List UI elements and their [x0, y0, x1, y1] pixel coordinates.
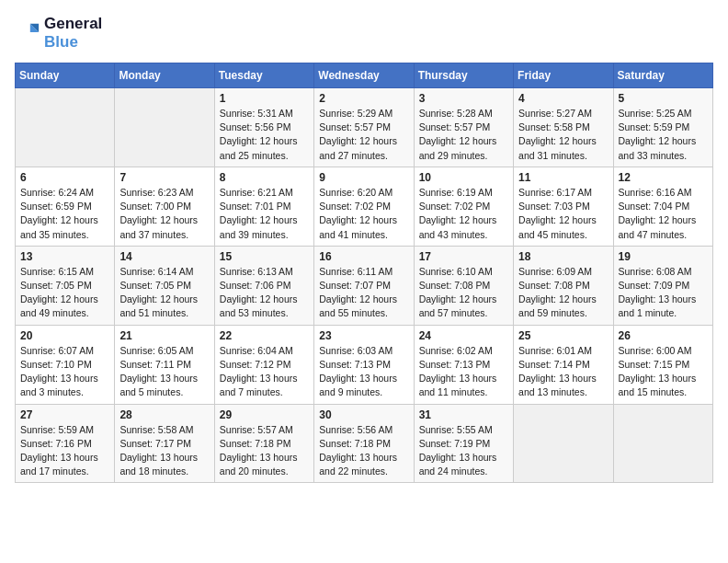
day-number: 26	[619, 329, 708, 342]
calendar-cell: 28Sunrise: 5:58 AMSunset: 7:17 PMDayligh…	[115, 404, 214, 483]
sunset-text: Sunset: 5:59 PM	[619, 121, 708, 134]
sunrise-text: Sunrise: 6:03 AM	[319, 344, 408, 358]
sunset-text: Sunset: 7:08 PM	[518, 279, 608, 293]
calendar-cell: 21Sunrise: 6:05 AMSunset: 7:11 PMDayligh…	[115, 325, 214, 404]
calendar-cell: 26Sunrise: 6:00 AMSunset: 7:15 PMDayligh…	[613, 325, 712, 404]
cell-content: Sunrise: 6:13 AMSunset: 7:06 PMDaylight:…	[220, 265, 309, 321]
calendar-cell: 5Sunrise: 5:25 AMSunset: 5:59 PMDaylight…	[613, 88, 712, 167]
sunrise-text: Sunrise: 6:00 AM	[619, 344, 708, 358]
calendar-cell: 2Sunrise: 5:29 AMSunset: 5:57 PMDaylight…	[314, 88, 414, 167]
day-number: 1	[220, 92, 309, 105]
sunset-text: Sunset: 7:17 PM	[119, 437, 209, 451]
calendar-week-row: 13Sunrise: 6:15 AMSunset: 7:05 PMDayligh…	[16, 246, 713, 325]
cell-content: Sunrise: 6:02 AMSunset: 7:13 PMDaylight:…	[419, 344, 508, 400]
sunrise-text: Sunrise: 6:08 AM	[619, 265, 708, 279]
day-number: 3	[419, 92, 508, 105]
calendar-cell: 25Sunrise: 6:01 AMSunset: 7:14 PMDayligh…	[514, 325, 613, 404]
cell-content: Sunrise: 5:29 AMSunset: 5:57 PMDaylight:…	[319, 107, 408, 163]
day-number: 15	[220, 250, 309, 263]
sunrise-text: Sunrise: 5:27 AM	[518, 107, 608, 121]
daylight-text: Daylight: 12 hours and 31 minutes.	[518, 134, 608, 162]
daylight-text: Daylight: 12 hours and 39 minutes.	[220, 213, 309, 241]
daylight-text: Daylight: 13 hours and 7 minutes.	[220, 372, 309, 399]
calendar-cell	[16, 88, 115, 167]
calendar-cell: 15Sunrise: 6:13 AMSunset: 7:06 PMDayligh…	[214, 246, 313, 325]
cell-content: Sunrise: 6:09 AMSunset: 7:08 PMDaylight:…	[518, 265, 608, 321]
calendar-cell: 1Sunrise: 5:31 AMSunset: 5:56 PMDaylight…	[214, 88, 313, 167]
day-number: 28	[119, 408, 209, 421]
sunset-text: Sunset: 7:18 PM	[220, 437, 309, 451]
daylight-text: Daylight: 12 hours and 25 minutes.	[220, 134, 309, 162]
sunset-text: Sunset: 7:15 PM	[619, 358, 708, 372]
sunset-text: Sunset: 7:12 PM	[220, 358, 309, 372]
sunrise-text: Sunrise: 5:59 AM	[20, 423, 109, 437]
sunset-text: Sunset: 5:57 PM	[419, 121, 508, 134]
day-number: 14	[119, 250, 209, 263]
calendar-cell: 31Sunrise: 5:55 AMSunset: 7:19 PMDayligh…	[414, 404, 513, 483]
daylight-text: Daylight: 12 hours and 51 minutes.	[119, 293, 209, 320]
calendar-cell: 13Sunrise: 6:15 AMSunset: 7:05 PMDayligh…	[16, 246, 115, 325]
daylight-text: Daylight: 13 hours and 3 minutes.	[20, 372, 109, 399]
cell-content: Sunrise: 5:55 AMSunset: 7:19 PMDaylight:…	[419, 423, 508, 479]
sunrise-text: Sunrise: 6:17 AM	[518, 186, 608, 200]
daylight-text: Daylight: 12 hours and 55 minutes.	[319, 293, 408, 320]
sunrise-text: Sunrise: 5:56 AM	[319, 423, 408, 437]
day-number: 24	[419, 329, 508, 342]
day-number: 13	[20, 250, 109, 263]
calendar-cell: 7Sunrise: 6:23 AMSunset: 7:00 PMDaylight…	[115, 167, 214, 246]
cell-content: Sunrise: 6:16 AMSunset: 7:04 PMDaylight:…	[619, 186, 708, 242]
sunrise-text: Sunrise: 6:10 AM	[419, 265, 508, 279]
daylight-text: Daylight: 12 hours and 57 minutes.	[419, 293, 508, 320]
page-header: General Blue	[15, 15, 713, 52]
calendar-cell: 18Sunrise: 6:09 AMSunset: 7:08 PMDayligh…	[514, 246, 613, 325]
sunset-text: Sunset: 7:00 PM	[119, 200, 209, 213]
weekday-header: Friday	[514, 63, 613, 88]
daylight-text: Daylight: 12 hours and 49 minutes.	[20, 293, 109, 320]
calendar-cell: 11Sunrise: 6:17 AMSunset: 7:03 PMDayligh…	[514, 167, 613, 246]
sunrise-text: Sunrise: 6:04 AM	[220, 344, 309, 358]
daylight-text: Daylight: 12 hours and 45 minutes.	[518, 213, 608, 241]
cell-content: Sunrise: 6:10 AMSunset: 7:08 PMDaylight:…	[419, 265, 508, 321]
sunrise-text: Sunrise: 5:28 AM	[419, 107, 508, 121]
cell-content: Sunrise: 5:27 AMSunset: 5:58 PMDaylight:…	[518, 107, 608, 163]
calendar-week-row: 27Sunrise: 5:59 AMSunset: 7:16 PMDayligh…	[16, 404, 713, 483]
cell-content: Sunrise: 6:08 AMSunset: 7:09 PMDaylight:…	[619, 265, 708, 321]
calendar-cell: 8Sunrise: 6:21 AMSunset: 7:01 PMDaylight…	[214, 167, 313, 246]
day-number: 30	[319, 408, 408, 421]
sunset-text: Sunset: 7:01 PM	[220, 200, 309, 213]
daylight-text: Daylight: 13 hours and 11 minutes.	[419, 372, 508, 399]
daylight-text: Daylight: 12 hours and 59 minutes.	[518, 293, 608, 320]
daylight-text: Daylight: 12 hours and 27 minutes.	[319, 134, 408, 162]
calendar-cell: 30Sunrise: 5:56 AMSunset: 7:18 PMDayligh…	[314, 404, 414, 483]
cell-content: Sunrise: 6:05 AMSunset: 7:11 PMDaylight:…	[119, 344, 209, 400]
day-number: 4	[518, 92, 608, 105]
sunset-text: Sunset: 7:09 PM	[619, 279, 708, 293]
weekday-header-row: SundayMondayTuesdayWednesdayThursdayFrid…	[16, 63, 713, 88]
sunrise-text: Sunrise: 6:14 AM	[119, 265, 209, 279]
sunrise-text: Sunrise: 5:57 AM	[220, 423, 309, 437]
cell-content: Sunrise: 5:58 AMSunset: 7:17 PMDaylight:…	[119, 423, 209, 479]
calendar-cell	[613, 404, 712, 483]
sunset-text: Sunset: 7:07 PM	[319, 279, 408, 293]
sunset-text: Sunset: 7:02 PM	[319, 200, 408, 213]
day-number: 8	[220, 171, 309, 184]
calendar-cell: 6Sunrise: 6:24 AMSunset: 6:59 PMDaylight…	[16, 167, 115, 246]
sunrise-text: Sunrise: 6:11 AM	[319, 265, 408, 279]
calendar-cell: 12Sunrise: 6:16 AMSunset: 7:04 PMDayligh…	[613, 167, 712, 246]
daylight-text: Daylight: 13 hours and 13 minutes.	[518, 372, 608, 399]
cell-content: Sunrise: 5:56 AMSunset: 7:18 PMDaylight:…	[319, 423, 408, 479]
day-number: 23	[319, 329, 408, 342]
sunrise-text: Sunrise: 6:16 AM	[619, 186, 708, 200]
weekday-header: Saturday	[613, 63, 712, 88]
day-number: 2	[319, 92, 408, 105]
cell-content: Sunrise: 6:24 AMSunset: 6:59 PMDaylight:…	[20, 186, 109, 242]
calendar-cell: 22Sunrise: 6:04 AMSunset: 7:12 PMDayligh…	[214, 325, 313, 404]
calendar-cell: 3Sunrise: 5:28 AMSunset: 5:57 PMDaylight…	[414, 88, 513, 167]
daylight-text: Daylight: 12 hours and 43 minutes.	[419, 213, 508, 241]
sunset-text: Sunset: 7:13 PM	[319, 358, 408, 372]
cell-content: Sunrise: 5:31 AMSunset: 5:56 PMDaylight:…	[220, 107, 309, 163]
cell-content: Sunrise: 6:14 AMSunset: 7:05 PMDaylight:…	[119, 265, 209, 321]
cell-content: Sunrise: 6:01 AMSunset: 7:14 PMDaylight:…	[518, 344, 608, 400]
cell-content: Sunrise: 6:03 AMSunset: 7:13 PMDaylight:…	[319, 344, 408, 400]
daylight-text: Daylight: 13 hours and 18 minutes.	[119, 451, 209, 478]
